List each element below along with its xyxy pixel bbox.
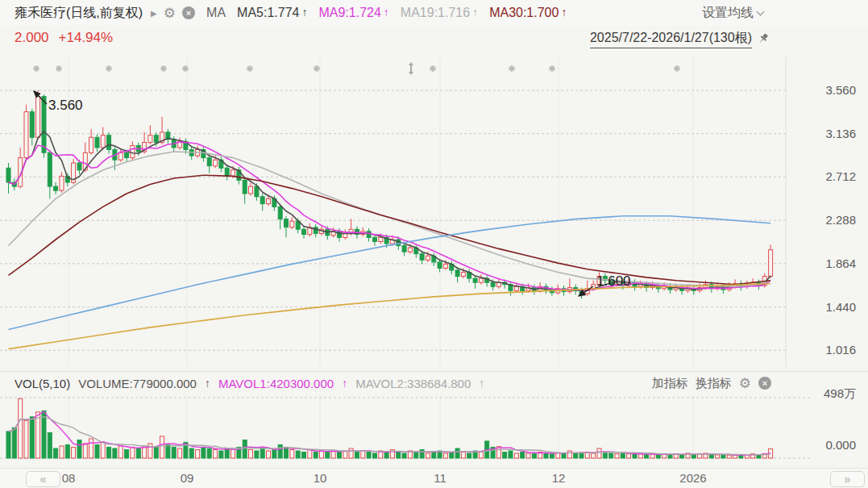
- time-axis-label: 08: [51, 471, 86, 485]
- time-axis-label: 09: [169, 471, 205, 485]
- volume-value: VOLUME:779000.000: [78, 377, 197, 390]
- price-axis-tick: 1.016: [808, 343, 856, 357]
- up-arrow-icon: ↑: [479, 377, 484, 390]
- volume-axis-zero: 0.000: [825, 438, 856, 452]
- quote-row: 2.000 +14.94% 2025/7/22-2026/1/27(130根): [0, 26, 868, 52]
- gear-icon[interactable]: ⚙: [164, 6, 176, 20]
- price-candlestick-chart[interactable]: 3.5601.600: [0, 56, 812, 367]
- ma5-legend: MA5:1.774 ↑: [237, 6, 307, 20]
- time-axis: « 08091011122026 »: [0, 468, 868, 488]
- chevron-down-icon: [757, 8, 765, 16]
- date-range-text[interactable]: 2025/7/22-2026/1/27(130根): [590, 30, 752, 48]
- ma30-legend: MA30:1.700 ↑: [489, 6, 567, 20]
- price-axis-tick: 3.560: [808, 83, 856, 98]
- time-axis-label: 12: [541, 471, 576, 485]
- date-range-control[interactable]: 2025/7/22-2026/1/27(130根): [590, 30, 770, 48]
- price-axis-tick: 1.864: [808, 257, 856, 271]
- svg-text:1.600: 1.600: [596, 273, 631, 289]
- price-axis-tick: 2.712: [808, 169, 856, 184]
- expand-arrow-icon[interactable]: ▶: [151, 9, 157, 18]
- gear-icon[interactable]: ⚙: [739, 377, 751, 390]
- stock-chart-app: 雍禾医疗(日线,前复权) ▶ ⚙ × MA MA5:1.774 ↑ MA9:1.…: [0, 0, 868, 488]
- up-arrow-icon: ↑: [472, 6, 478, 20]
- volume-svg: [0, 395, 812, 461]
- volume-axis-max: 498万: [824, 386, 856, 402]
- add-indicator-button[interactable]: 加指标: [652, 376, 688, 391]
- time-axis-label: 2026: [675, 471, 711, 485]
- time-axis-label: 10: [302, 471, 338, 485]
- ma19-value: MA19:1.716: [401, 6, 470, 20]
- price-axis-tick: 2.288: [808, 213, 856, 227]
- current-quote: 2.000 +14.94%: [15, 30, 113, 46]
- price-axis-tick: 3.136: [808, 127, 856, 141]
- up-arrow-icon: ↑: [301, 6, 307, 20]
- set-ma-button[interactable]: 设置均线: [702, 5, 763, 22]
- up-arrow-icon: ↑: [561, 6, 567, 20]
- up-arrow-icon: ↑: [342, 377, 347, 390]
- pin-icon[interactable]: [756, 32, 770, 46]
- close-icon[interactable]: ×: [758, 377, 771, 390]
- ma9-legend: MA9:1.724 ↑: [318, 6, 388, 20]
- ma30-value: MA30:1.700: [489, 6, 559, 20]
- symbol-title[interactable]: 雍禾医疗(日线,前复权): [15, 5, 143, 22]
- change-percent: +14.94%: [59, 30, 114, 46]
- mavol1-value: MAVOL1:420300.000: [218, 377, 334, 390]
- change-indicator-button[interactable]: 换指标: [696, 376, 732, 391]
- svg-text:3.560: 3.560: [48, 98, 83, 113]
- vol-indicator-label: VOL(5,10): [15, 377, 70, 390]
- volume-bar-chart[interactable]: [0, 395, 812, 461]
- up-arrow-icon: ↑: [384, 6, 389, 20]
- mavol2-value: MAVOL2:338684.800: [355, 377, 471, 390]
- ma-legend-title: MA: [206, 6, 226, 20]
- ma9-value: MA9:1.724: [318, 6, 380, 20]
- indicator-actions: 加指标 换指标 ⚙ ×: [652, 373, 771, 394]
- last-price: 2.000: [15, 30, 49, 46]
- time-axis-label: 11: [422, 471, 458, 485]
- up-arrow-icon: ↑: [205, 377, 210, 390]
- ma5-value: MA5:1.774: [237, 6, 299, 20]
- pane-divider: [0, 371, 868, 372]
- price-axis-tick: 1.440: [808, 300, 856, 315]
- ma19-legend: MA19:1.716 ↑: [401, 6, 478, 20]
- scroll-right-button[interactable]: »: [830, 471, 865, 487]
- close-icon[interactable]: ×: [182, 6, 195, 19]
